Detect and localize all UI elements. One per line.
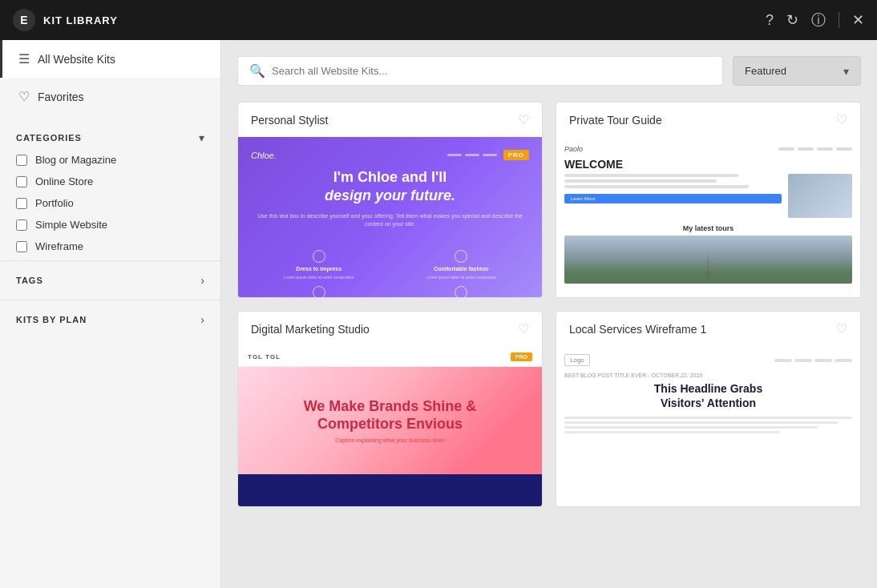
kit-dm-headline: We Make Brands Shine & Competitors Envio… [304,398,477,433]
kit-card-header-local: Local Services Wireframe 1 ♡ [556,312,860,346]
categories-title: CATEGORIES [16,133,82,143]
sidebar-item-all-kits[interactable]: ☰ All Website Kits [0,40,220,78]
kit-ps-feature-2: Comfortable fashion Lorem ipsum dolor si… [394,250,530,280]
kits-by-plan-arrow: › [200,313,204,326]
kit-ps-features: Dress to impress Lorem ipsum dolor sit a… [251,250,529,297]
category-simple[interactable]: Simple Website [16,219,204,231]
kit-title-local: Local Services Wireframe 1 [569,323,706,336]
kit-favorite-personal-stylist[interactable]: ♡ [518,112,529,127]
topbar: E KIT LIBRARY ? ↻ ⓘ ✕ [0,0,877,40]
category-simple-label: Simple Website [35,219,107,231]
kits-grid: Personal Stylist ♡ Chloe. [237,102,861,507]
kit-title-private-tour: Private Tour Guide [569,114,662,127]
all-kits-label: All Website Kits [38,53,115,66]
kit-tg-content: Learn More [564,174,852,218]
category-store-checkbox[interactable] [16,176,27,187]
kit-card-header-digital: Digital Marketing Studio ♡ [238,312,542,346]
refresh-icon[interactable]: ↻ [786,11,798,29]
kits-by-plan-section[interactable]: KITS BY PLAN › [0,300,220,339]
category-blog[interactable]: Blog or Magazine [16,154,204,166]
favorites-label: Favorites [38,91,84,103]
kit-favorite-local[interactable]: ♡ [836,321,847,336]
kit-preview-local: Logo BEST BLOG POST TITLE EVER - OCTOBER… [556,346,860,506]
category-portfolio-checkbox[interactable] [16,198,27,209]
sidebar-item-favorites[interactable]: ♡ Favorites [0,78,220,115]
info-icon[interactable]: ⓘ [811,10,826,30]
kit-dm-bottom [238,474,542,506]
kit-ls-logo: Logo [564,354,590,366]
kit-card-header: Personal Stylist ♡ [238,103,542,137]
kit-tg-welcome: WELCOME [564,158,852,171]
search-box: 🔍 [237,56,723,86]
category-portfolio[interactable]: Portfolio [16,197,204,209]
kit-preview-digital: TGL TGL PRO We Make Brands Shine & Compe… [238,346,542,506]
categories-list: Blog or Magazine Online Store Portfolio … [16,154,204,252]
kit-ls-header: Logo [564,354,852,366]
kit-tg-header: Paolo [564,145,852,153]
sidebar: ☰ All Website Kits ♡ Favorites CATEGORIE… [0,40,221,588]
kit-card-digital-marketing[interactable]: Digital Marketing Studio ♡ TGL TGL PRO W… [237,311,543,507]
kit-ps-feature-4: Find your style Lorem ipsum dolor sit am… [394,286,530,297]
kit-ps-pro-badge: PRO [503,150,529,160]
main-layout: ☰ All Website Kits ♡ Favorites CATEGORIE… [0,40,877,588]
kit-ps-headline: I'm Chloe and I'll design your future. [325,168,455,206]
category-blog-label: Blog or Magazine [35,154,116,166]
categories-arrow: ▾ [199,131,204,144]
kit-tg-nav [778,147,852,151]
kit-dm-preview: TGL TGL PRO We Make Brands Shine & Compe… [238,346,542,506]
kit-tg-btn: Learn More [564,194,782,203]
kit-tg-photo [788,174,852,218]
category-wireframe[interactable]: Wireframe [16,240,204,252]
kit-preview-personal-stylist: Chloe. PRO I'm Chloe an [238,137,542,297]
categories-section: CATEGORIES ▾ Blog or Magazine Online Sto… [0,115,220,260]
category-wireframe-label: Wireframe [35,240,83,252]
kit-dm-logo: TGL TGL [248,353,281,360]
kit-ps-header: Chloe. PRO [251,150,529,160]
category-store-label: Online Store [35,175,93,187]
kit-title-personal-stylist: Personal Stylist [251,114,328,127]
topbar-icons: ? ↻ ⓘ ✕ [766,10,864,30]
heart-icon: ♡ [18,89,30,104]
kit-favorite-digital[interactable]: ♡ [518,321,529,336]
tags-label: TAGS [16,276,43,285]
kits-by-plan-label: KITS BY PLAN [16,315,87,324]
menu-icon: ☰ [18,51,30,66]
kit-ps-subtext: Use this text box to describe yourself a… [251,212,529,229]
category-wireframe-checkbox[interactable] [16,241,27,252]
search-input[interactable] [272,57,711,85]
app-title: KIT LIBRARY [43,14,118,26]
search-icon: 🔍 [249,63,265,79]
kit-ls-nav [774,359,852,362]
kit-tg-text: Learn More [564,174,782,218]
kit-ls-subtext [564,417,852,433]
kit-card-header-tour: Private Tour Guide ♡ [556,103,860,137]
toolbar: 🔍 Featured ▾ [237,56,861,86]
kit-favorite-private-tour[interactable]: ♡ [836,112,847,127]
kit-card-private-tour[interactable]: Private Tour Guide ♡ Paolo [556,102,861,298]
close-icon[interactable]: ✕ [852,11,864,29]
category-blog-checkbox[interactable] [16,155,27,166]
categories-header[interactable]: CATEGORIES ▾ [16,131,204,144]
kit-tg-preview: Paolo WELCOME [556,137,860,297]
kit-title-digital: Digital Marketing Studio [251,323,370,336]
kit-card-local-services[interactable]: Local Services Wireframe 1 ♡ Logo [556,311,861,507]
app-logo: E [13,9,35,31]
kit-ps-preview: Chloe. PRO I'm Chloe an [238,137,542,297]
category-simple-checkbox[interactable] [16,219,27,231]
kit-ps-logo: Chloe. [251,151,277,160]
content-area: 🔍 Featured ▾ Personal Stylist ♡ Chloe [221,40,877,588]
kit-card-personal-stylist[interactable]: Personal Stylist ♡ Chloe. [237,102,543,298]
filter-dropdown[interactable]: Featured ▾ [733,56,861,86]
kit-tg-latest-tours: My latest tours [564,224,852,232]
kit-ps-feature-3: Professional & unique Lorem ipsum dolor … [251,286,387,297]
category-portfolio-label: Portfolio [35,197,74,209]
kit-dm-sub: Caption explaining what your business do… [335,437,445,443]
tags-section[interactable]: TAGS › [0,260,220,300]
filter-label: Featured [745,65,786,77]
kit-ps-feature-1: Dress to impress Lorem ipsum dolor sit a… [251,250,387,280]
category-store[interactable]: Online Store [16,175,204,187]
kit-preview-private-tour: Paolo WELCOME [556,137,860,297]
topbar-left: E KIT LIBRARY [13,9,118,31]
help-icon[interactable]: ? [766,12,774,29]
kit-ls-headline: This Headline Grabs Visitors' Attention [564,381,852,410]
